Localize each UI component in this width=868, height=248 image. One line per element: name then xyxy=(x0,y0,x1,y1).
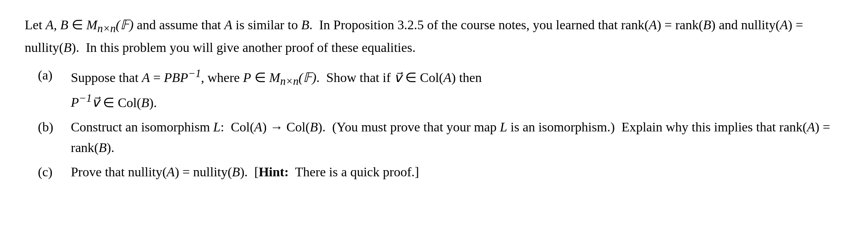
math-A: A, B xyxy=(46,17,68,32)
page: Let A, B ∈ Mn×n(𝔽) and assume that A is … xyxy=(0,0,868,248)
math-B: B xyxy=(301,17,309,32)
part-a-content: Suppose that A = PBP−1, where P ∈ Mn×n(𝔽… xyxy=(71,65,843,113)
part-a-label: (a) xyxy=(38,65,71,85)
math-A2: A xyxy=(224,17,233,32)
part-b-label: (b) xyxy=(38,117,71,137)
part-b-content: Construct an isomorphism L: Col(A) → Col… xyxy=(71,117,843,158)
intro-text: Let A, B ∈ Mn×n(𝔽) and assume that A is … xyxy=(25,15,843,58)
hint-label: Hint: xyxy=(259,164,289,179)
part-c-content: Prove that nullity(A) = nullity(B). [Hin… xyxy=(71,162,843,182)
part-b: (b) Construct an isomorphism L: Col(A) →… xyxy=(25,117,843,158)
part-c-label: (c) xyxy=(38,162,71,182)
math-Mnn: Mn×n(𝔽) xyxy=(86,17,134,32)
part-c: (c) Prove that nullity(A) = nullity(B). … xyxy=(25,162,843,182)
part-a: (a) Suppose that A = PBP−1, where P ∈ Mn… xyxy=(25,65,843,113)
parts-list: (a) Suppose that A = PBP−1, where P ∈ Mn… xyxy=(25,65,843,182)
